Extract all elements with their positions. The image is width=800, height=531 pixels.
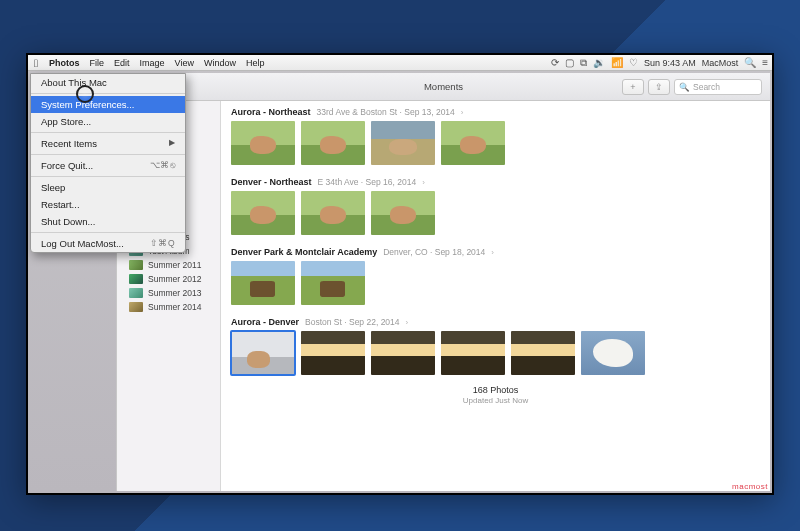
photo-thumbnail[interactable]: [301, 261, 365, 305]
volume-icon[interactable]: 🔉: [593, 57, 605, 68]
window-toolbar: Moments + ⇪ 🔍 Search: [117, 73, 770, 101]
sidebar-item-label: Summer 2012: [148, 274, 201, 284]
photo-thumbnail[interactable]: [371, 331, 435, 375]
moment-subtitle: 33rd Ave & Boston St · Sep 13, 2014: [317, 107, 455, 117]
toolbar-button-group: + ⇪ 🔍 Search: [622, 79, 762, 95]
search-placeholder: Search: [693, 82, 720, 92]
sync-icon[interactable]: ⟳: [551, 57, 559, 68]
airplay-icon[interactable]: ▢: [565, 57, 574, 68]
photo-thumbnail[interactable]: [231, 261, 295, 305]
sidebar-item-label: Summer 2014: [148, 302, 201, 312]
photo-thumbnail[interactable]: [371, 191, 435, 235]
menu-separator: [31, 176, 185, 177]
photo-thumbnail[interactable]: [441, 331, 505, 375]
menu-item-recent-items[interactable]: Recent Items▶: [31, 135, 185, 152]
menu-item-shut-down[interactable]: Shut Down...: [31, 213, 185, 230]
moment-title: Aurora - Northeast: [231, 107, 311, 117]
moment-title: Aurora - Denver: [231, 317, 299, 327]
photos-window: Moments + ⇪ 🔍 Search Albums ▦All Photos☺…: [116, 73, 770, 491]
grid-footer: 168 Photos Updated Just Now: [231, 385, 760, 405]
account-name[interactable]: MacMost: [702, 58, 739, 68]
search-icon: 🔍: [679, 82, 690, 92]
menu-separator: [31, 154, 185, 155]
sidebar-item-summer-2011[interactable]: Summer 2011: [117, 258, 220, 272]
thumbnail-row: [231, 261, 760, 305]
add-button[interactable]: +: [622, 79, 644, 95]
menu-edit[interactable]: Edit: [109, 55, 135, 71]
notification-icon[interactable]: ≡: [762, 57, 768, 68]
moment-section: Denver Park & Montclair AcademyDenver, C…: [231, 245, 760, 305]
moments-grid[interactable]: Aurora - Northeast33rd Ave & Boston St ·…: [221, 101, 770, 491]
search-field[interactable]: 🔍 Search: [674, 79, 762, 95]
moment-title: Denver Park & Montclair Academy: [231, 247, 377, 257]
display-icon[interactable]: ⧉: [580, 57, 587, 69]
photo-thumbnail[interactable]: [301, 121, 365, 165]
apple-dropdown[interactable]: About This MacSystem Preferences...App S…: [30, 73, 186, 253]
album-thumb-icon: [129, 260, 143, 270]
menu-image[interactable]: Image: [135, 55, 170, 71]
menubar-left:  Photos File Edit Image View Window Hel…: [32, 55, 269, 71]
menu-item-about-this-mac[interactable]: About This Mac: [31, 74, 185, 91]
bluetooth-icon[interactable]: ♡: [629, 57, 638, 68]
chevron-right-icon: ›: [406, 318, 409, 327]
photo-thumbnail[interactable]: [231, 121, 295, 165]
moment-header[interactable]: Aurora - Northeast33rd Ave & Boston St ·…: [231, 105, 760, 121]
chevron-right-icon: ›: [461, 108, 464, 117]
desktop:  Photos File Edit Image View Window Hel…: [28, 55, 772, 493]
menu-file[interactable]: File: [85, 55, 110, 71]
window-title: Moments: [424, 81, 463, 92]
photo-thumbnail[interactable]: [231, 191, 295, 235]
menu-item-app-store[interactable]: App Store...: [31, 113, 185, 130]
spotlight-icon[interactable]: 🔍: [744, 57, 756, 68]
share-button[interactable]: ⇪: [648, 79, 670, 95]
sidebar-item-label: Summer 2013: [148, 288, 201, 298]
moment-header[interactable]: Aurora - DenverBoston St · Sep 22, 2014›: [231, 315, 760, 331]
window-content: Albums ▦All Photos☺Faces▭PanoramasTest A…: [117, 101, 770, 491]
thumbnail-row: [231, 191, 760, 235]
menu-item-system-preferences[interactable]: System Preferences...: [31, 96, 185, 113]
sidebar-item-summer-2012[interactable]: Summer 2012: [117, 272, 220, 286]
menu-item-log-out-macmost[interactable]: Log Out MacMost...⇧⌘Q: [31, 235, 185, 252]
photo-thumbnail[interactable]: [581, 331, 645, 375]
apple-menu-icon[interactable]: : [32, 57, 44, 69]
menu-separator: [31, 93, 185, 94]
photo-thumbnail[interactable]: [301, 331, 365, 375]
clock[interactable]: Sun 9:43 AM: [644, 58, 696, 68]
menu-separator: [31, 232, 185, 233]
video-frame:  Photos File Edit Image View Window Hel…: [26, 53, 774, 495]
photo-thumbnail[interactable]: [371, 121, 435, 165]
menubar:  Photos File Edit Image View Window Hel…: [28, 55, 772, 71]
sidebar-item-label: Summer 2011: [148, 260, 201, 270]
updated-label: Updated Just Now: [231, 396, 760, 405]
app-name[interactable]: Photos: [44, 55, 85, 71]
wifi-icon[interactable]: 📶: [611, 57, 623, 68]
moment-subtitle: Denver, CO · Sep 18, 2014: [383, 247, 485, 257]
moment-header[interactable]: Denver - NortheastE 34th Ave · Sep 16, 2…: [231, 175, 760, 191]
moment-section: Denver - NortheastE 34th Ave · Sep 16, 2…: [231, 175, 760, 235]
sidebar-item-summer-2013[interactable]: Summer 2013: [117, 286, 220, 300]
photo-thumbnail[interactable]: [231, 331, 295, 375]
photo-thumbnail[interactable]: [441, 121, 505, 165]
menu-window[interactable]: Window: [199, 55, 241, 71]
menubar-right: ⟳ ▢ ⧉ 🔉 📶 ♡ Sun 9:43 AM MacMost 🔍 ≡: [551, 57, 768, 69]
menu-item-sleep[interactable]: Sleep: [31, 179, 185, 196]
moment-subtitle: Boston St · Sep 22, 2014: [305, 317, 400, 327]
moment-section: Aurora - DenverBoston St · Sep 22, 2014›: [231, 315, 760, 375]
chevron-right-icon: ›: [491, 248, 494, 257]
album-thumb-icon: [129, 274, 143, 284]
chevron-right-icon: ›: [422, 178, 425, 187]
thumbnail-row: [231, 121, 760, 165]
photo-thumbnail[interactable]: [511, 331, 575, 375]
menu-item-restart[interactable]: Restart...: [31, 196, 185, 213]
menu-view[interactable]: View: [170, 55, 199, 71]
moment-header[interactable]: Denver Park & Montclair AcademyDenver, C…: [231, 245, 760, 261]
menu-help[interactable]: Help: [241, 55, 270, 71]
watermark: macmost: [732, 482, 768, 491]
menu-separator: [31, 132, 185, 133]
album-thumb-icon: [129, 302, 143, 312]
sidebar-item-summer-2014[interactable]: Summer 2014: [117, 300, 220, 314]
photo-thumbnail[interactable]: [301, 191, 365, 235]
menu-item-force-quit[interactable]: Force Quit...⌥⌘⎋: [31, 157, 185, 174]
moment-title: Denver - Northeast: [231, 177, 312, 187]
moment-section: Aurora - Northeast33rd Ave & Boston St ·…: [231, 105, 760, 165]
